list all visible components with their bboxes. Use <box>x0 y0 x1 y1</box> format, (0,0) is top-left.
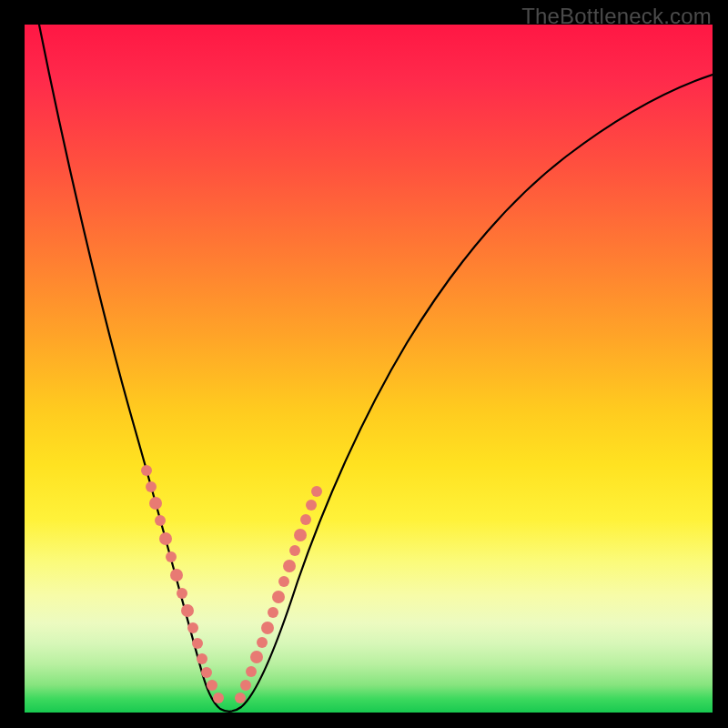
svg-point-19 <box>257 637 268 648</box>
bottleneck-curve <box>39 25 713 712</box>
svg-point-27 <box>300 514 311 525</box>
chart-frame: TheBottleneck.com <box>0 0 728 728</box>
svg-point-2 <box>149 497 162 510</box>
svg-point-3 <box>155 515 166 526</box>
svg-point-1 <box>146 481 157 492</box>
svg-point-23 <box>278 576 289 587</box>
svg-point-20 <box>261 622 274 634</box>
svg-point-24 <box>283 560 296 572</box>
svg-point-0 <box>141 465 152 476</box>
svg-point-15 <box>235 693 246 703</box>
svg-point-8 <box>181 604 194 617</box>
marker-cluster <box>141 465 322 703</box>
svg-point-29 <box>311 486 322 497</box>
svg-point-6 <box>170 569 183 581</box>
svg-point-13 <box>207 680 217 691</box>
svg-point-21 <box>268 607 278 618</box>
svg-point-14 <box>213 693 224 703</box>
svg-point-5 <box>166 551 177 562</box>
svg-point-16 <box>240 680 251 691</box>
svg-point-10 <box>192 638 203 649</box>
svg-point-4 <box>159 532 172 545</box>
svg-point-25 <box>289 545 300 556</box>
svg-point-22 <box>272 591 285 603</box>
svg-point-12 <box>201 667 212 678</box>
bottleneck-curve-svg <box>25 25 713 713</box>
svg-point-9 <box>187 622 198 633</box>
svg-point-17 <box>246 666 257 677</box>
svg-point-28 <box>306 500 317 511</box>
svg-point-26 <box>294 529 307 541</box>
svg-point-18 <box>250 651 263 663</box>
svg-point-7 <box>177 588 187 599</box>
plot-area <box>25 25 713 713</box>
svg-point-11 <box>197 653 207 664</box>
